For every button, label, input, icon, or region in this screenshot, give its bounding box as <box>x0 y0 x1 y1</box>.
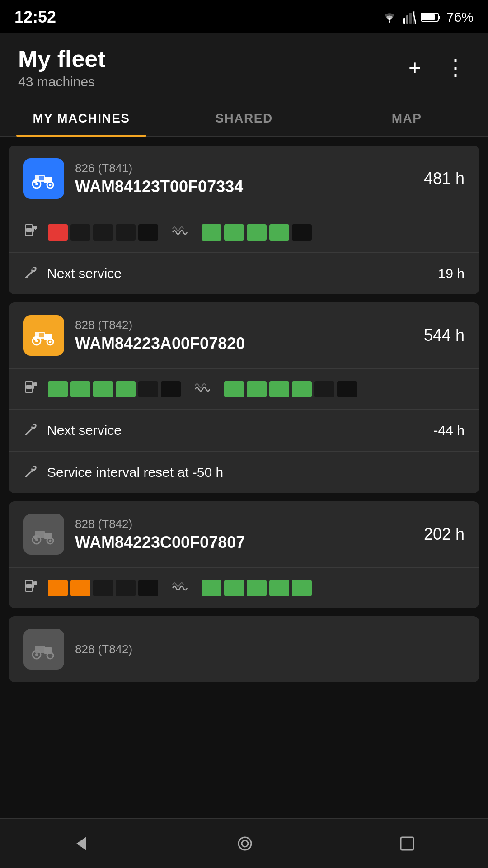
machine-2-info: 828 (T842) WAM84223A00F07820 <box>75 318 413 353</box>
machine-card-4[interactable]: 828 (T842) <box>9 616 479 682</box>
svg-point-0 <box>389 21 390 23</box>
svg-rect-2 <box>406 15 408 24</box>
machine-3-water-blocks <box>202 580 312 596</box>
machine-2-model: 828 (T842) <box>75 318 413 332</box>
wrench-svg-2b <box>23 463 38 478</box>
svg-point-27 <box>49 341 52 343</box>
fuel-icon-3 <box>23 578 40 598</box>
svg-rect-29 <box>39 333 44 337</box>
machine-2-service-1: Next service -44 h <box>9 409 479 451</box>
svg-rect-46 <box>26 584 32 588</box>
machine-count: 43 machines <box>18 74 106 90</box>
m3-water-block-1 <box>202 580 221 596</box>
machine-3-header: 828 (T842) WAM84223C00F07807 202 h <box>9 501 479 567</box>
fuel-icon-1 <box>23 222 40 242</box>
svg-rect-30 <box>44 334 52 340</box>
tractor-icon-4 <box>30 636 57 663</box>
water-block-black <box>292 224 312 241</box>
header-actions: + ⋮ <box>405 51 470 84</box>
m2-water-block-2 <box>247 381 267 397</box>
machine-3-icon <box>23 514 64 555</box>
machine-2-service-2-label: Service interval reset at -50 h <box>47 465 465 480</box>
recent-apps-button[interactable] <box>381 829 433 858</box>
m3-water-block-4 <box>269 580 289 596</box>
svg-point-37 <box>32 467 35 469</box>
machine-card-3[interactable]: 828 (T842) WAM84223C00F07807 202 h <box>9 501 479 608</box>
m2-water-block-3 <box>269 381 289 397</box>
fuel-block-dark-3 <box>116 224 136 241</box>
svg-rect-47 <box>33 581 34 588</box>
machine-1-status <box>9 212 479 252</box>
m2-water-block-1 <box>224 381 244 397</box>
machine-2-hours: 544 h <box>424 326 465 345</box>
water-block-green-2 <box>224 224 244 241</box>
machine-1-fuel-blocks <box>48 224 158 241</box>
fuel-block-red <box>48 224 68 241</box>
tabs-bar: MY MACHINES SHARED MAP <box>0 99 488 137</box>
svg-rect-35 <box>34 382 37 386</box>
m3-water-block-5 <box>292 580 312 596</box>
m3-fuel-block-1 <box>48 580 68 596</box>
svg-rect-52 <box>35 646 45 653</box>
water-wave-icon-1 <box>172 224 188 237</box>
machine-2-icon <box>23 315 64 356</box>
m2-fuel-block-3 <box>93 381 113 397</box>
machine-1-service-value: 19 h <box>438 266 465 281</box>
fuel-pump-icon-1 <box>23 222 40 238</box>
more-options-button[interactable]: ⋮ <box>441 51 470 84</box>
back-button[interactable] <box>55 828 109 859</box>
tab-map[interactable]: MAP <box>325 99 488 136</box>
svg-rect-43 <box>44 533 52 539</box>
recent-icon <box>399 835 415 852</box>
machine-4-header: 828 (T842) <box>9 616 479 682</box>
m2-fuel-block-6 <box>161 381 181 397</box>
svg-rect-14 <box>39 176 44 180</box>
svg-point-56 <box>242 840 248 847</box>
svg-point-41 <box>49 540 52 542</box>
add-machine-button[interactable]: + <box>405 52 425 84</box>
m3-water-block-3 <box>247 580 267 596</box>
fuel-pump-icon-2 <box>23 379 40 395</box>
tractor-icon-2 <box>30 322 57 349</box>
svg-rect-31 <box>34 337 37 340</box>
water-block-green-1 <box>202 224 221 241</box>
bottom-nav <box>0 818 488 868</box>
m3-water-block-2 <box>224 580 244 596</box>
header-title-block: My fleet 43 machines <box>18 45 106 90</box>
svg-rect-33 <box>26 385 32 389</box>
machine-2-header: 828 (T842) WAM84223A00F07820 544 h <box>9 302 479 368</box>
water-wave-icon-2 <box>194 381 211 394</box>
machine-3-fuel-blocks <box>48 580 158 596</box>
machine-4-model: 828 (T842) <box>75 642 465 656</box>
tab-shared[interactable]: SHARED <box>163 99 325 136</box>
svg-point-12 <box>49 184 52 186</box>
tab-my-machines[interactable]: MY MACHINES <box>0 99 163 136</box>
machine-card-1[interactable]: 826 (T841) WAM84123T00F07334 481 h <box>9 146 479 294</box>
fuel-block-dark-2 <box>93 224 113 241</box>
machine-1-header: 826 (T841) WAM84123T00F07334 481 h <box>9 146 479 212</box>
machine-card-2[interactable]: 828 (T842) WAM84223A00F07820 544 h <box>9 302 479 493</box>
machine-4-icon <box>23 629 64 670</box>
svg-marker-54 <box>76 837 86 850</box>
machine-1-icon <box>23 158 64 199</box>
home-icon <box>236 835 254 853</box>
machine-2-serial: WAM84223A00F07820 <box>75 334 413 353</box>
machine-3-hours: 202 h <box>424 525 465 544</box>
battery-icon <box>421 12 441 23</box>
machine-3-info: 828 (T842) WAM84223C00F07807 <box>75 517 413 552</box>
water-icon-3 <box>172 580 188 596</box>
tractor-icon-1 <box>30 165 57 192</box>
app-title: My fleet <box>18 45 106 72</box>
home-button[interactable] <box>218 828 272 859</box>
fuel-block-black <box>138 224 158 241</box>
wrench-icon-2a <box>23 421 38 439</box>
fuel-pump-icon-3 <box>23 578 40 594</box>
machine-3-model: 828 (T842) <box>75 517 413 531</box>
m3-fuel-block-5 <box>138 580 158 596</box>
machine-1-service: Next service 19 h <box>9 252 479 294</box>
m2-water-block-6 <box>337 381 357 397</box>
wrench-svg-1 <box>23 264 38 279</box>
water-icon-2 <box>194 381 211 397</box>
svg-rect-7 <box>438 16 440 19</box>
machine-1-water-blocks <box>202 224 312 241</box>
